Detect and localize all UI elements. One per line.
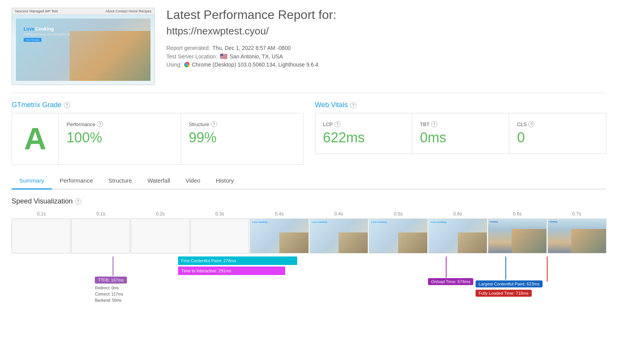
scale-5: 0.4s bbox=[309, 211, 369, 217]
ttfb-connect: Connect: 117ms bbox=[95, 291, 127, 297]
cls-label: CLS ? bbox=[517, 121, 598, 127]
meta-using: Using: Chrome (Desktop) 103.0.5060.134, … bbox=[166, 62, 606, 68]
performance-value: 100% bbox=[67, 130, 173, 146]
tab-summary[interactable]: Summary bbox=[12, 173, 52, 190]
scale-3: 0.3s bbox=[190, 211, 250, 217]
screenshot-subtext: Getting your family and enjoy great meal… bbox=[24, 33, 74, 36]
ttfb-redirect: Redirect: 0ms bbox=[95, 285, 127, 291]
lcp-line bbox=[505, 256, 506, 280]
onload-marker: Onload Time: 574ms bbox=[428, 278, 474, 285]
grade-card: A Performance ? 100% Structure ? bbox=[12, 113, 303, 165]
frame-1 bbox=[71, 219, 130, 253]
performance-help[interactable]: ? bbox=[97, 121, 103, 127]
screenshot-content: Love Cooking Getting your family and enj… bbox=[12, 15, 154, 85]
tab-history[interactable]: History bbox=[208, 173, 242, 190]
scale-8: 0.6s bbox=[488, 211, 547, 217]
web-vitals-title: Web Vitals ? bbox=[315, 101, 607, 109]
lcp-marker: Largest Contentful Paint: 623ms bbox=[476, 280, 543, 287]
scale-6: 0.5s bbox=[368, 211, 428, 217]
scale-2: 0.2s bbox=[130, 211, 190, 217]
frame-3 bbox=[190, 219, 249, 253]
frame-6: Love Cooking bbox=[369, 219, 428, 253]
site-screenshot: Nexcess Managed WP Test About Contact Ho… bbox=[12, 8, 155, 85]
screenshot-btn: View Recipes bbox=[24, 38, 41, 42]
tbt-label: TBT ? bbox=[420, 121, 501, 127]
ttfb-sub: Redirect: 0ms Connect: 117ms Backend: 50… bbox=[95, 285, 127, 304]
ttfb-line bbox=[113, 256, 113, 276]
flt-line bbox=[547, 256, 548, 282]
tab-waterfall[interactable]: Waterfall bbox=[140, 173, 178, 190]
chrome-icon bbox=[184, 62, 190, 67]
fcp-label: First Contentful Paint: 278ms bbox=[181, 258, 236, 263]
header-section: Nexcess Managed WP Test About Contact Ho… bbox=[12, 8, 606, 93]
tti-bar: Time to Interactive: 291ms bbox=[178, 267, 285, 275]
love-text: Love bbox=[24, 26, 34, 32]
lcp-help[interactable]: ? bbox=[334, 121, 341, 127]
performance-label: Performance ? bbox=[67, 121, 173, 127]
frame-8: Cooking bbox=[488, 219, 547, 253]
scale-0: 0.1s bbox=[12, 211, 71, 217]
structure-metric: Structure ? 99% bbox=[181, 113, 303, 164]
web-vitals-card: LCP ? 622ms TBT ? 0ms CLS ? bbox=[315, 113, 607, 154]
report-url: https://nexwptest.cyou/ bbox=[166, 25, 606, 37]
lcp-label: Largest Contentful Paint: 623ms bbox=[476, 280, 543, 287]
frame-4: Love Cooking bbox=[250, 219, 309, 253]
screenshot-hero: Love Cooking Getting your family and enj… bbox=[16, 19, 151, 81]
fcp-bar: First Contentful Paint: 278ms bbox=[178, 256, 297, 265]
cls-help[interactable]: ? bbox=[528, 121, 534, 127]
frame-7: Love Cooking bbox=[428, 219, 487, 253]
tti-label: Time to Interactive: 291ms bbox=[181, 268, 231, 273]
grade-metrics: Performance ? 100% Structure ? 99% bbox=[58, 113, 303, 164]
scale-7: 0.6s bbox=[428, 211, 488, 217]
gtmetrix-grade-box: GTmetrix Grade ? A Performance ? 100% bbox=[12, 101, 303, 165]
scale-1: 0.1s bbox=[71, 211, 131, 217]
ttfb-backend: Backend: 50ms bbox=[95, 297, 127, 304]
meta-server: Test Server Location: 🇺🇸 San Antonio, TX… bbox=[166, 53, 606, 60]
screenshot-nav: Nexcess Managed WP Test About Contact Ho… bbox=[12, 8, 154, 15]
report-title: Latest Performance Report for: bbox=[166, 8, 606, 22]
structure-label: Structure ? bbox=[189, 121, 295, 127]
gtmetrix-grade-help[interactable]: ? bbox=[64, 102, 70, 108]
structure-value: 99% bbox=[189, 130, 295, 146]
lcp-label: LCP ? bbox=[323, 121, 404, 127]
kitchen-image bbox=[70, 31, 151, 81]
grades-section: GTmetrix Grade ? A Performance ? 100% bbox=[12, 101, 606, 165]
markers-area: TTFB: 167ms Redirect: 0ms Connect: 117ms… bbox=[12, 256, 606, 307]
structure-help[interactable]: ? bbox=[211, 121, 217, 127]
web-vitals-box: Web Vitals ? LCP ? 622ms TBT ? 0ms bbox=[315, 101, 607, 165]
cooking-text: Cooking bbox=[35, 26, 54, 32]
scale-9: 0.7s bbox=[547, 211, 606, 217]
tabs-bar: Summary Performance Structure Waterfall … bbox=[12, 173, 606, 190]
onload-line bbox=[446, 256, 447, 278]
cls-item: CLS ? 0 bbox=[509, 113, 606, 154]
timeline-scale: 0.1s 0.1s 0.2s 0.3s 0.4s 0.4s 0.5s 0.6s … bbox=[12, 211, 606, 217]
ttfb-label: TTFB: 167ms bbox=[95, 277, 127, 284]
meta-generated: Report generated: Thu, Dec 1, 2022 8:57 … bbox=[166, 45, 606, 51]
frame-9: Cooking bbox=[548, 219, 606, 253]
tbt-item: TBT ? 0ms bbox=[412, 113, 509, 154]
ttfb-marker: TTFB: 167ms Redirect: 0ms Connect: 117ms… bbox=[95, 277, 127, 304]
svg-point-2 bbox=[186, 64, 188, 66]
frame-0 bbox=[12, 219, 70, 253]
gtmetrix-grade-title: GTmetrix Grade ? bbox=[12, 101, 303, 109]
grade-letter: A bbox=[12, 113, 58, 164]
web-vitals-help[interactable]: ? bbox=[350, 102, 356, 108]
report-meta: Report generated: Thu, Dec 1, 2022 8:57 … bbox=[166, 45, 606, 68]
flag-icon: 🇺🇸 bbox=[220, 53, 228, 60]
tbt-help[interactable]: ? bbox=[431, 121, 437, 127]
tab-video[interactable]: Video bbox=[178, 173, 208, 190]
tab-performance[interactable]: Performance bbox=[52, 173, 101, 190]
speed-viz-help[interactable]: ? bbox=[75, 198, 81, 205]
performance-metric: Performance ? 100% bbox=[58, 113, 181, 164]
frame-5: Love Cooking bbox=[310, 219, 368, 253]
tbt-value: 0ms bbox=[420, 130, 501, 146]
header-info: Latest Performance Report for: https://n… bbox=[166, 8, 606, 68]
onload-label: Onload Time: 574ms bbox=[428, 278, 474, 285]
timeline-container: 0.1s 0.1s 0.2s 0.3s 0.4s 0.4s 0.5s 0.6s … bbox=[12, 211, 606, 307]
frame-2 bbox=[131, 219, 190, 253]
speed-visualization-section: Speed Visualization ? 0.1s 0.1s 0.2s 0.3… bbox=[12, 197, 606, 307]
cls-value: 0 bbox=[517, 130, 598, 146]
main-container: Nexcess Managed WP Test About Contact Ho… bbox=[0, 0, 618, 314]
flt-marker: Fully Loaded Time: 718ms bbox=[476, 290, 532, 297]
tab-structure[interactable]: Structure bbox=[101, 173, 140, 190]
